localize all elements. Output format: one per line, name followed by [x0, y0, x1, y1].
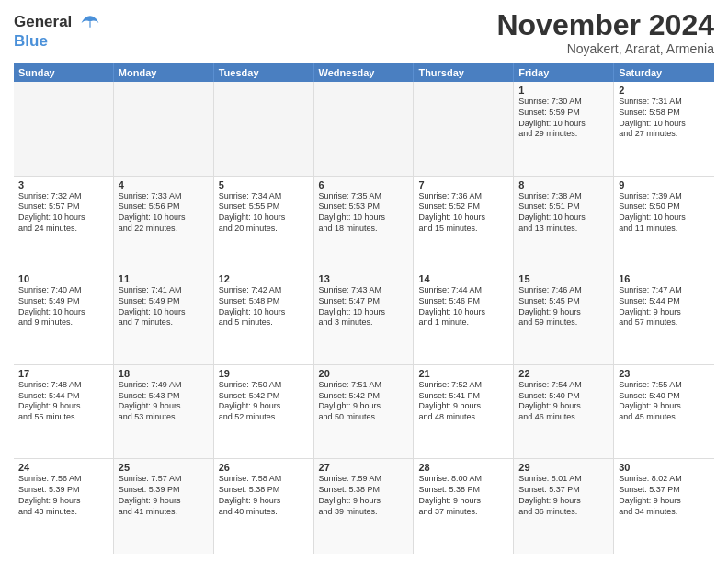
day-number: 14 — [418, 273, 508, 284]
cell-line: Sunrise: 7:32 AM — [18, 191, 108, 202]
cell-line: Sunset: 5:51 PM — [518, 201, 609, 213]
cell-line: Daylight: 10 hours — [319, 307, 409, 318]
cell-line: Sunset: 5:42 PM — [319, 391, 409, 402]
calendar-cell: 24Sunrise: 7:56 AMSunset: 5:39 PMDayligh… — [14, 459, 114, 554]
cell-line: Sunset: 5:55 PM — [219, 201, 309, 213]
weekday-header-wednesday: Wednesday — [314, 63, 415, 82]
calendar-cell: 20Sunrise: 7:51 AMSunset: 5:42 PMDayligh… — [314, 365, 415, 459]
cell-line: Sunset: 5:38 PM — [319, 485, 409, 496]
calendar-cell: 26Sunrise: 7:58 AMSunset: 5:38 PMDayligh… — [214, 459, 314, 554]
calendar-cell — [14, 82, 114, 176]
cell-line: Sunrise: 7:48 AM — [18, 380, 108, 391]
calendar-row-1: 1Sunrise: 7:30 AMSunset: 5:59 PMDaylight… — [14, 82, 714, 177]
cell-line: Daylight: 9 hours — [518, 401, 609, 412]
calendar-cell: 12Sunrise: 7:42 AMSunset: 5:48 PMDayligh… — [214, 270, 314, 364]
cell-line: Daylight: 9 hours — [319, 401, 409, 412]
calendar-cell: 2Sunrise: 7:31 AMSunset: 5:58 PMDaylight… — [614, 82, 714, 176]
cell-line: and 45 minutes. — [619, 412, 710, 423]
cell-line: Sunrise: 7:57 AM — [119, 474, 209, 485]
cell-line: Daylight: 10 hours — [119, 307, 209, 318]
cell-line: and 43 minutes. — [18, 507, 108, 518]
cell-line: Daylight: 9 hours — [119, 401, 209, 412]
cell-line: Sunrise: 7:40 AM — [18, 285, 108, 296]
cell-line: Sunrise: 7:41 AM — [119, 285, 209, 296]
cell-line: Sunset: 5:43 PM — [119, 391, 209, 402]
calendar-cell: 29Sunrise: 8:01 AMSunset: 5:37 PMDayligh… — [514, 459, 614, 554]
cell-line: Sunrise: 8:02 AM — [619, 474, 710, 485]
cell-line: Sunrise: 7:51 AM — [319, 380, 409, 391]
header: General Blue November 2024 Noyakert, Ara… — [14, 9, 714, 56]
day-number: 19 — [219, 368, 309, 379]
cell-line: Sunrise: 7:54 AM — [518, 380, 609, 391]
cell-line: Sunrise: 7:34 AM — [219, 191, 309, 202]
cell-line: Daylight: 9 hours — [219, 401, 309, 412]
cell-line: Sunset: 5:42 PM — [219, 391, 309, 402]
cell-line: Daylight: 10 hours — [219, 307, 309, 318]
cell-line: and 11 minutes. — [619, 224, 710, 235]
cell-line: Sunrise: 7:30 AM — [518, 97, 609, 108]
cell-line: and 57 minutes. — [619, 317, 710, 328]
calendar-cell: 17Sunrise: 7:48 AMSunset: 5:44 PMDayligh… — [14, 365, 114, 459]
cell-line: and 3 minutes. — [319, 317, 409, 328]
cell-line: Sunset: 5:46 PM — [418, 296, 508, 307]
day-number: 7 — [418, 179, 508, 190]
logo: General Blue — [14, 13, 100, 51]
cell-line: Daylight: 10 hours — [619, 119, 710, 130]
calendar-body: 1Sunrise: 7:30 AMSunset: 5:59 PMDaylight… — [14, 82, 714, 554]
calendar-cell: 21Sunrise: 7:52 AMSunset: 5:41 PMDayligh… — [414, 365, 514, 459]
month-title: November 2024 — [496, 9, 714, 41]
calendar-cell — [414, 82, 514, 176]
calendar-cell: 19Sunrise: 7:50 AMSunset: 5:42 PMDayligh… — [214, 365, 314, 459]
cell-line: Daylight: 9 hours — [518, 496, 609, 507]
cell-line: and 1 minute. — [418, 317, 508, 328]
cell-line: Sunrise: 7:50 AM — [219, 380, 309, 391]
weekday-header-tuesday: Tuesday — [214, 63, 314, 82]
cell-line: Daylight: 10 hours — [418, 307, 508, 318]
day-number: 26 — [219, 462, 309, 473]
cell-line: and 5 minutes. — [219, 317, 309, 328]
cell-line: Sunset: 5:56 PM — [119, 201, 209, 213]
cell-line: Sunset: 5:50 PM — [619, 201, 710, 213]
day-number: 4 — [119, 179, 209, 190]
calendar-cell: 30Sunrise: 8:02 AMSunset: 5:37 PMDayligh… — [614, 459, 714, 554]
cell-line: Sunrise: 7:59 AM — [319, 474, 409, 485]
calendar-cell: 25Sunrise: 7:57 AMSunset: 5:39 PMDayligh… — [114, 459, 214, 554]
day-number: 9 — [619, 179, 710, 190]
cell-line: Sunrise: 7:36 AM — [418, 191, 508, 202]
calendar-cell — [114, 82, 214, 176]
day-number: 21 — [418, 368, 508, 379]
cell-line: Sunrise: 7:55 AM — [619, 380, 710, 391]
location-subtitle: Noyakert, Ararat, Armenia — [496, 41, 714, 56]
cell-line: Daylight: 10 hours — [219, 213, 309, 224]
cell-line: Daylight: 9 hours — [219, 496, 309, 507]
day-number: 2 — [619, 85, 710, 96]
cell-line: and 40 minutes. — [219, 507, 309, 518]
cell-line: Sunrise: 7:52 AM — [418, 380, 508, 391]
cell-line: Sunrise: 7:39 AM — [619, 191, 710, 202]
title-section: November 2024 Noyakert, Ararat, Armenia — [496, 9, 714, 56]
calendar-cell: 18Sunrise: 7:49 AMSunset: 5:43 PMDayligh… — [114, 365, 214, 459]
calendar-cell: 7Sunrise: 7:36 AMSunset: 5:52 PMDaylight… — [414, 177, 514, 270]
calendar-cell: 9Sunrise: 7:39 AMSunset: 5:50 PMDaylight… — [614, 177, 714, 270]
day-number: 8 — [518, 179, 609, 190]
cell-line: Sunrise: 7:35 AM — [319, 191, 409, 202]
day-number: 22 — [518, 368, 609, 379]
calendar-row-3: 10Sunrise: 7:40 AMSunset: 5:49 PMDayligh… — [14, 270, 714, 365]
cell-line: Sunset: 5:37 PM — [619, 485, 710, 496]
weekday-header-saturday: Saturday — [614, 63, 714, 82]
calendar-header: SundayMondayTuesdayWednesdayThursdayFrid… — [14, 63, 714, 82]
calendar-cell: 13Sunrise: 7:43 AMSunset: 5:47 PMDayligh… — [314, 270, 415, 364]
day-number: 24 — [18, 462, 108, 473]
calendar-cell: 4Sunrise: 7:33 AMSunset: 5:56 PMDaylight… — [114, 177, 214, 270]
cell-line: Daylight: 9 hours — [619, 496, 710, 507]
cell-line: and 39 minutes. — [319, 507, 409, 518]
cell-line: Daylight: 10 hours — [319, 213, 409, 224]
logo-bird-icon — [80, 13, 100, 33]
day-number: 3 — [18, 179, 108, 190]
cell-line: Sunset: 5:57 PM — [18, 201, 108, 213]
cell-line: Sunset: 5:44 PM — [619, 296, 710, 307]
cell-line: and 59 minutes. — [518, 317, 609, 328]
day-number: 18 — [119, 368, 209, 379]
logo-line2: Blue — [14, 33, 100, 51]
cell-line: and 48 minutes. — [418, 412, 508, 423]
